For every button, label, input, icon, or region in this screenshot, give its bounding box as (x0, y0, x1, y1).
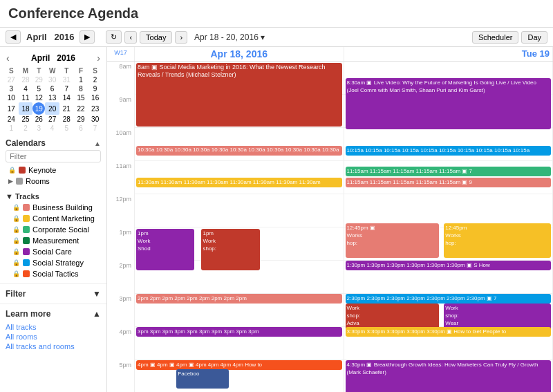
cal-day-19-today[interactable]: 19 (32, 102, 45, 115)
cal-day[interactable]: 17 (4, 102, 19, 115)
event-1245-workshop2[interactable]: 12:45pmWorkshop: (444, 223, 551, 258)
cal-day[interactable]: 29 (32, 75, 45, 84)
scheduler-btn[interactable]: Scheduler (472, 31, 519, 44)
track-social-strategy[interactable]: 🔒 Social Strategy (6, 257, 101, 268)
track-corporate-social[interactable]: 🔒 Corporate Social (6, 224, 101, 235)
cal-day[interactable]: 21 (59, 102, 74, 115)
cal-day[interactable]: 7 (59, 84, 74, 93)
cal-day[interactable]: 8 (74, 84, 88, 93)
event-1245-workshop1[interactable]: 12:45pm ▣Workshop: (346, 223, 440, 258)
cal-day[interactable]: 30 (45, 75, 59, 84)
lock-icon: 🔒 (8, 167, 16, 174)
dow-w: W (45, 66, 59, 75)
mini-cal-prev[interactable]: ‹ (4, 53, 12, 64)
week-number: W17 (107, 47, 135, 61)
cal-day[interactable]: 4 (19, 84, 33, 93)
cal-day[interactable]: 6 (45, 84, 59, 93)
event-1pm-workshop2[interactable]: 1pmWorkshop: (201, 229, 259, 270)
cal-day[interactable]: 9 (88, 84, 102, 93)
event-230-row[interactable]: 2:30pm 2:30pm 2:30pm 2:30pm 2:30pm 2:30p… (346, 294, 552, 304)
event-1pm-workshop[interactable]: 1pmWorkShod (136, 229, 194, 270)
event-live-video[interactable]: 8:30am ▣ Live Video: Why the Future of M… (346, 78, 552, 129)
track-content-marketing[interactable]: 🔒 Content Marketing (6, 213, 101, 224)
date-range-display[interactable]: Apr 18 - 20, 2016 ▾ (194, 32, 265, 42)
cal-day[interactable]: 26 (32, 115, 45, 124)
event-1015-row[interactable]: 10:15a 10:15a 10:15a 10:15a 10:15a 10:15… (346, 146, 552, 156)
cal-day[interactable]: 30 (88, 115, 102, 124)
track-social-tactics[interactable]: 🔒 Social Tactics (6, 268, 101, 279)
next-week-btn[interactable]: ▶ (79, 30, 95, 44)
cal-day[interactable]: 13 (45, 93, 59, 102)
cal-day[interactable]: 14 (59, 93, 74, 102)
cal-day[interactable]: 4 (45, 124, 59, 133)
cal-day[interactable]: 28 (19, 75, 33, 84)
all-tracks-link[interactable]: All tracks (6, 322, 101, 332)
cal-day[interactable]: 1 (4, 124, 19, 133)
calendar-filter-input[interactable] (6, 150, 101, 162)
calendars-arrow-icon: ▲ (94, 140, 101, 147)
all-tracks-rooms-link[interactable]: All tracks and rooms (6, 342, 101, 351)
cal-day[interactable]: 3 (4, 84, 19, 93)
track-measurement[interactable]: 🔒 Measurement (6, 235, 101, 246)
cal-day[interactable]: 11 (19, 93, 33, 102)
mini-cal-next[interactable]: › (95, 53, 102, 64)
today-btn[interactable]: Today (140, 31, 172, 44)
event-1030-row[interactable]: 10:30a 10:30a 10:30a 10:30a 10:30a 10:30… (136, 146, 342, 156)
cal-day[interactable]: 10 (4, 93, 19, 102)
cal-day[interactable]: 16 (88, 93, 102, 102)
track-color-content (23, 215, 30, 222)
cal-day[interactable]: 28 (59, 115, 74, 124)
filter-toggle[interactable]: Filter ▼ (6, 287, 101, 301)
day-btn[interactable]: Day (521, 31, 547, 44)
date-col-1: Apr 18, 2016 (135, 47, 344, 61)
track-social-care[interactable]: 🔒 Social Care (6, 246, 101, 257)
cal-day[interactable]: 27 (45, 115, 59, 124)
cal-day[interactable]: 12 (32, 93, 45, 102)
cal-day[interactable]: 3 (32, 124, 45, 133)
prev-range-btn[interactable]: ‹ (124, 31, 137, 44)
event-430-breakthrough[interactable]: 4:30pm ▣ Breakthrough Growth Ideas: How … (346, 360, 552, 392)
cal-day[interactable]: 23 (88, 102, 102, 115)
event-1130-row[interactable]: 11:30am 11:30am 11:30am 11:30am 11:30am … (136, 178, 342, 187)
cal-day[interactable]: 24 (4, 115, 19, 124)
prev-week-btn[interactable]: ◀ (6, 30, 21, 44)
time-3pm: 3pm (107, 294, 134, 327)
event-label: 1pmWorkshop: (203, 230, 216, 252)
cal-day[interactable]: 6 (74, 124, 88, 133)
cal-day-20[interactable]: 20 (45, 102, 59, 115)
time-11am: 11am (107, 161, 134, 194)
event-2pm-row[interactable]: 2pm 2pm 2pm 2pm 2pm 2pm 2pm 2pm 2pm (136, 294, 342, 304)
event-social-media-marketing[interactable]: 8am ▣ Social Media Marketing in 2016: Wh… (136, 63, 342, 127)
cal-day[interactable]: 22 (74, 102, 88, 115)
cal-day[interactable]: 29 (74, 115, 88, 124)
cal-day[interactable]: 2 (19, 124, 33, 133)
cal-day[interactable]: 31 (59, 75, 74, 84)
event-label: 11:15am 11:15am 11:15am 11:15am 11:15am … (347, 179, 472, 185)
cal-day[interactable]: 2 (88, 75, 102, 84)
cal-day[interactable]: 27 (4, 75, 19, 84)
calendars-toggle[interactable]: Calendars ▲ (6, 138, 101, 148)
track-business-building[interactable]: 🔒 Business Building (6, 202, 101, 213)
learn-more-toggle[interactable]: Learn more ▲ (6, 307, 101, 321)
cal-day[interactable]: 25 (19, 115, 33, 124)
cal-day[interactable]: 7 (88, 124, 102, 133)
cal-day-18[interactable]: 18 (19, 102, 33, 115)
event-1115-row1[interactable]: 11:15am 11:15am 11:15am 11:15am 11:15am … (346, 167, 552, 176)
all-rooms-link[interactable]: All rooms (6, 332, 101, 342)
cal-day[interactable]: 5 (59, 124, 74, 133)
tracks-toggle[interactable]: ▼ Tracks (6, 191, 101, 202)
cal-day[interactable]: 1 (74, 75, 88, 84)
event-330-row[interactable]: 3:30pm 3:30pm 3:30pm 3:30pm 3:30pm ▣ How… (346, 327, 552, 337)
cal-day[interactable]: 5 (32, 84, 45, 93)
event-1115-row2[interactable]: 11:15am 11:15am 11:15am 11:15am 11:15am … (346, 178, 552, 187)
rooms-calendar-item[interactable]: ▶ Rooms (6, 176, 101, 187)
event-130-row[interactable]: 1:30pm 1:30pm 1:30pm 1:30pm 1:30pm 1:30p… (346, 261, 552, 270)
mini-cal-header: ‹ April 2016 › (4, 53, 102, 64)
cal-day[interactable]: 15 (74, 93, 88, 102)
event-facebook[interactable]: Faceboo (176, 369, 228, 389)
event-3pm-row[interactable]: 3pm 3pm 3pm 3pm 3pm 3pm 3pm 3pm 3pm 3pm (136, 327, 342, 337)
keynote-calendar-item[interactable]: 🔒 Keynote (6, 165, 101, 176)
event-4pm-row[interactable]: 4pm ▣ 4pm ▣ 4pm ▣ 4pm 4pm 4pm 4pm How to (136, 360, 342, 370)
refresh-btn[interactable]: ↻ (106, 30, 122, 44)
next-range-btn[interactable]: › (175, 31, 187, 44)
